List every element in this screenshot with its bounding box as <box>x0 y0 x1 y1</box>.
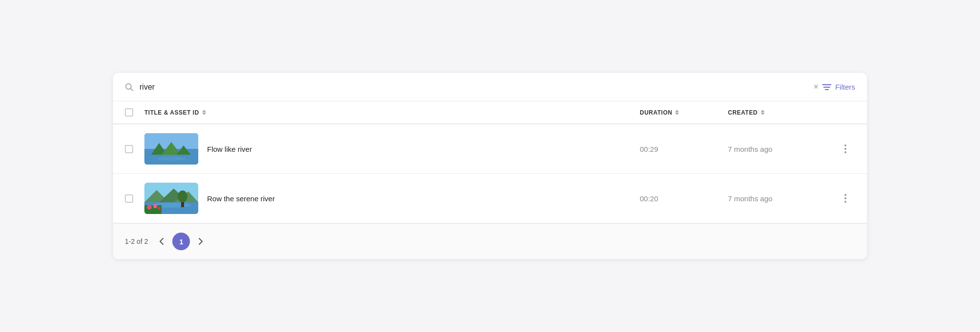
select-all-checkbox[interactable] <box>125 108 133 117</box>
search-input[interactable] <box>140 83 810 92</box>
svg-point-27 <box>844 194 846 196</box>
row-2-more-button[interactable] <box>842 192 848 205</box>
current-page-badge: 1 <box>172 233 190 250</box>
svg-point-24 <box>158 207 161 210</box>
row-2-thumbnail <box>144 183 198 214</box>
row-1-actions <box>836 142 855 155</box>
row-1-checkbox[interactable] <box>125 145 133 153</box>
title-column-header[interactable]: TITLE & ASSET ID <box>144 109 640 116</box>
svg-point-13 <box>844 148 846 150</box>
row-checkbox-col <box>125 145 144 153</box>
svg-point-12 <box>844 144 846 146</box>
row-1-title: Flow like river <box>207 145 252 153</box>
row-checkbox-col <box>125 194 144 203</box>
row-1-more-button[interactable] <box>842 142 848 155</box>
row-1-duration: 00:29 <box>640 145 728 153</box>
table-row: Row the serene river 00:20 7 months ago <box>113 174 867 223</box>
row-2-title-area: Row the serene river <box>144 183 640 214</box>
table-header: TITLE & ASSET ID DURATION <box>113 101 867 124</box>
header-created-col: CREATED <box>728 109 836 116</box>
results-table: TITLE & ASSET ID DURATION <box>113 101 867 223</box>
row-1-title-area: Flow like river <box>144 133 640 165</box>
page-summary: 1-2 of 2 <box>125 237 148 245</box>
svg-point-29 <box>844 201 846 203</box>
svg-point-14 <box>844 151 846 153</box>
svg-point-28 <box>844 197 846 199</box>
header-checkbox-col <box>125 108 144 117</box>
clear-search-button[interactable]: × <box>810 80 823 94</box>
svg-point-22 <box>147 205 152 210</box>
duration-sort-icon <box>675 110 679 115</box>
svg-point-26 <box>178 190 187 202</box>
created-sort-icon <box>761 110 765 115</box>
next-page-button[interactable] <box>195 235 207 248</box>
prev-page-button[interactable] <box>156 235 167 248</box>
main-container: × Filters TITLE & ASSET ID <box>113 73 867 259</box>
table-row: Flow like river 00:29 7 months ago <box>113 124 867 174</box>
pagination: 1-2 of 2 1 <box>113 223 867 259</box>
row-2-checkbox[interactable] <box>125 194 133 203</box>
row-2-title: Row the serene river <box>207 194 275 203</box>
row-1-thumbnail <box>144 133 198 165</box>
search-icon <box>125 83 134 92</box>
title-sort-icon <box>202 110 206 115</box>
filters-button[interactable]: Filters <box>822 83 855 91</box>
filter-icon <box>822 84 831 91</box>
header-title-col: TITLE & ASSET ID <box>144 109 640 116</box>
header-duration-col: DURATION <box>640 109 728 116</box>
svg-line-1 <box>131 88 133 91</box>
row-2-actions <box>836 192 855 205</box>
duration-column-header[interactable]: DURATION <box>640 109 728 116</box>
svg-point-11 <box>157 157 186 161</box>
row-1-created: 7 months ago <box>728 145 836 153</box>
row-2-created: 7 months ago <box>728 194 836 203</box>
created-column-header[interactable]: CREATED <box>728 109 836 116</box>
row-2-duration: 00:20 <box>640 194 728 203</box>
search-bar: × Filters <box>113 73 867 101</box>
filters-label: Filters <box>835 83 855 91</box>
svg-point-23 <box>153 204 157 208</box>
